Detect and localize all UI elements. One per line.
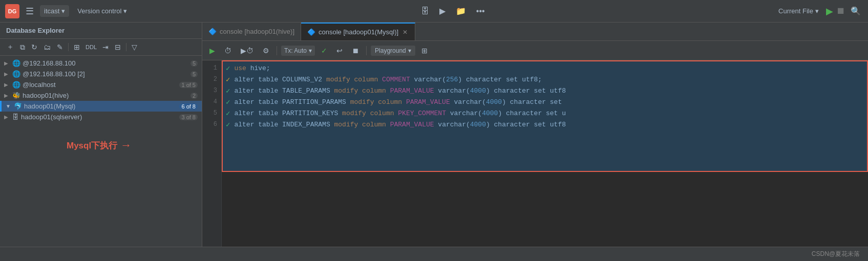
run-button[interactable]: ▶ bbox=[826, 6, 833, 17]
line-num-4: 4 bbox=[202, 96, 217, 107]
code-text: alter table bbox=[234, 76, 282, 83]
tree-item-label: hadoop01(hive) bbox=[23, 92, 186, 99]
connection-icon: 🌐 bbox=[12, 81, 20, 89]
code-text: varchar( bbox=[450, 98, 486, 106]
refresh-button[interactable]: ↻ bbox=[29, 41, 40, 53]
app-icon: DG bbox=[5, 4, 19, 18]
tree-item-192-168-88-100-2[interactable]: ▶ 🌐 @192.168.88.100 [2] 5 bbox=[0, 69, 202, 79]
code-text: modify column bbox=[334, 87, 390, 95]
code-line-2: ✓ alter table COLUMNS_V2 modify column C… bbox=[222, 74, 868, 85]
editor-area: 🔷 console [hadoop01(hive)] 🔷 console [ha… bbox=[202, 23, 868, 247]
tree-item-label: @localhost bbox=[23, 81, 175, 89]
code-text: modify column bbox=[334, 121, 390, 128]
code-text: INDEX_PARAMS bbox=[282, 121, 334, 128]
tab-mysql-console[interactable]: 🔷 console [hadoop01(Mysql)] ✕ bbox=[301, 23, 415, 40]
tree-arrow-icon: ▶ bbox=[4, 60, 10, 66]
tree-item-label: hadoop01(sqlserver) bbox=[21, 113, 175, 121]
run-history-button[interactable]: ▶⏱ bbox=[238, 45, 257, 56]
tx-selector[interactable]: Tx: Auto ▾ bbox=[281, 46, 315, 56]
folder-icon-button[interactable]: 📁 bbox=[453, 4, 469, 18]
tx-arrow-icon: ▾ bbox=[309, 47, 312, 54]
rollback-button[interactable]: ↩ bbox=[333, 45, 346, 56]
tab-close-button[interactable]: ✕ bbox=[401, 28, 409, 37]
run-config-button[interactable]: ▶ bbox=[436, 4, 449, 18]
check-mark-5: ✓ bbox=[226, 109, 230, 118]
copy-button[interactable]: ⧉ bbox=[17, 41, 28, 53]
edit-button[interactable]: ✎ bbox=[54, 41, 66, 53]
check-mark-4: ✓ bbox=[226, 98, 230, 106]
current-file-button[interactable]: Current File ▾ bbox=[774, 5, 823, 17]
more-actions-button[interactable]: ••• bbox=[473, 5, 488, 18]
code-content[interactable]: ✓ use hive; ✓ alter table COLUMNS_V2 mod… bbox=[222, 60, 868, 247]
tree-item-label: @192.168.88.100 bbox=[23, 59, 186, 67]
version-control-label: Version control bbox=[77, 7, 121, 15]
add-connection-button[interactable]: ＋ bbox=[4, 41, 16, 53]
toolbar-separator-1 bbox=[68, 43, 69, 51]
table-view-button[interactable]: ⊞ bbox=[71, 41, 82, 53]
hive-icon: 🐝 bbox=[12, 92, 20, 99]
check-mark-2: ✓ bbox=[226, 75, 230, 84]
check-mark-3: ✓ bbox=[226, 86, 230, 95]
execute-button[interactable]: ▶ bbox=[206, 45, 218, 56]
tab-bar: 🔷 console [hadoop01(hive)] 🔷 console [ha… bbox=[202, 23, 868, 41]
settings-button[interactable]: ⚙ bbox=[260, 45, 272, 56]
tree-arrow-icon: ▼ bbox=[6, 103, 12, 109]
project-name-button[interactable]: itcast ▾ bbox=[40, 5, 69, 17]
stop-button[interactable]: ⏹ bbox=[836, 6, 845, 16]
line-numbers: 1 2 3 4 5 6 bbox=[202, 60, 222, 247]
code-number: 4000 bbox=[470, 87, 486, 95]
ddl-button[interactable]: DDL bbox=[83, 43, 99, 51]
playground-selector[interactable]: Playground ▾ bbox=[371, 46, 415, 56]
code-text: PKEY_COMMENT bbox=[398, 110, 446, 117]
version-control-arrow-icon: ▾ bbox=[123, 7, 127, 15]
project-arrow-icon: ▾ bbox=[61, 7, 65, 15]
line-num-1: 1 bbox=[202, 62, 217, 74]
tab-icon: 🔷 bbox=[307, 28, 315, 36]
history-button[interactable]: ⏱ bbox=[221, 45, 235, 56]
code-text: PARAM_VALUE bbox=[390, 87, 434, 95]
mysql-icon: 🐬 bbox=[14, 102, 22, 110]
properties-button[interactable]: ⊟ bbox=[112, 41, 123, 53]
tab-label: console [hadoop01(Mysql)] bbox=[319, 28, 398, 36]
code-text: ) character set u bbox=[498, 110, 566, 117]
code-text: varchar( bbox=[434, 87, 470, 95]
connection-icon: 🌐 bbox=[12, 70, 20, 78]
tree-item-hadoop01-sqlserver[interactable]: ▶ 🗄 hadoop01(sqlserver) 3 of 8 bbox=[0, 112, 202, 122]
code-number: 256 bbox=[446, 76, 458, 83]
tree-item-localhost[interactable]: ▶ 🌐 @localhost 1 of 5 bbox=[0, 79, 202, 90]
code-text: alter table bbox=[234, 110, 282, 117]
commit-button[interactable]: ✓ bbox=[318, 45, 330, 56]
database-icon-button[interactable]: 🗄 bbox=[418, 5, 432, 18]
code-editor: 1 2 3 4 5 6 ✓ use hive; ✓ alter table bbox=[202, 60, 868, 247]
schema-button[interactable]: 🗂 bbox=[41, 41, 53, 53]
code-line-3: ✓ alter table TABLE_PARAMS modify column… bbox=[222, 85, 868, 96]
keyword-use: use bbox=[234, 64, 246, 72]
filter-button[interactable]: ▽ bbox=[129, 41, 140, 53]
tree-item-hadoop01-hive[interactable]: ▶ 🐝 hadoop01(hive) 2 bbox=[0, 90, 202, 101]
jump-button[interactable]: ⇥ bbox=[100, 41, 111, 53]
code-text: alter table bbox=[234, 121, 282, 128]
code-number: 4000 bbox=[486, 98, 502, 106]
search-button[interactable]: 🔍 bbox=[849, 4, 863, 18]
version-control-button[interactable]: Version control ▾ bbox=[73, 5, 131, 17]
tree-arrow-icon: ▶ bbox=[4, 93, 10, 98]
tree-item-badge: 2 bbox=[190, 93, 198, 99]
code-text: PARAM_VALUE bbox=[390, 121, 434, 128]
code-text: ) character set utf8 bbox=[486, 121, 566, 128]
tab-hive-console[interactable]: 🔷 console [hadoop01(hive)] bbox=[202, 23, 301, 40]
playground-arrow-icon: ▾ bbox=[408, 47, 411, 54]
table-view-button[interactable]: ⊞ bbox=[418, 45, 431, 56]
tree-item-badge: 3 of 8 bbox=[179, 114, 198, 120]
tree-item-192-168-88-100[interactable]: ▶ 🌐 @192.168.88.100 5 bbox=[0, 58, 202, 69]
sidebar: Database Explorer ＋ ⧉ ↻ 🗂 ✎ ⊞ DDL ⇥ ⊟ ▽ … bbox=[0, 23, 202, 247]
code-line-1: ✓ use hive; bbox=[222, 62, 868, 74]
line-num-2: 2 bbox=[202, 74, 217, 85]
code-text: ) character set utf8 bbox=[486, 87, 566, 95]
code-text: COLUMNS_V2 bbox=[282, 76, 326, 83]
code-text: alter table bbox=[234, 98, 282, 106]
cancel-exec-button[interactable]: ⏹ bbox=[349, 45, 362, 56]
hamburger-button[interactable]: ☰ bbox=[24, 4, 36, 19]
main-content: Database Explorer ＋ ⧉ ↻ 🗂 ✎ ⊞ DDL ⇥ ⊟ ▽ … bbox=[0, 23, 868, 247]
tree-item-hadoop01-mysql[interactable]: ▼ 🐬 hadoop01(Mysql) 6 of 8 bbox=[0, 101, 202, 112]
tree-item-badge: 6 of 8 bbox=[179, 103, 198, 110]
